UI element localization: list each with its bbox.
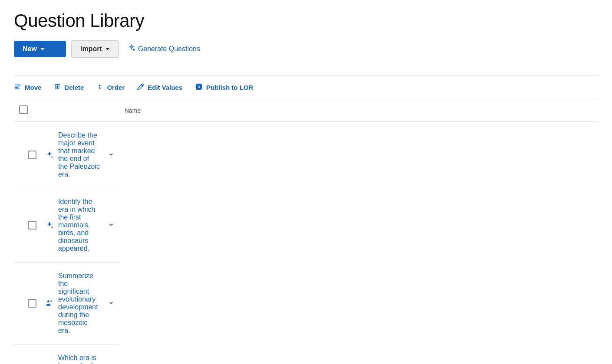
- question-type-icon: [45, 151, 54, 159]
- svg-rect-2: [15, 87, 18, 88]
- row-checkbox-1[interactable]: [28, 221, 36, 230]
- question-cell-2: Summarize the significant evolutionary d…: [14, 262, 119, 344]
- generate-button-label: Generate Questions: [138, 45, 200, 53]
- delete-button[interactable]: Delete: [53, 82, 84, 93]
- question-cell-1: Identify the era in which the first mamm…: [14, 188, 119, 262]
- generate-sparkle-icon: [128, 44, 135, 54]
- select-all-checkbox[interactable]: [19, 105, 28, 114]
- import-chevron-icon: [105, 48, 110, 50]
- question-text[interactable]: Describe the major event that marked the…: [45, 131, 114, 178]
- checkbox-cell: [19, 151, 45, 159]
- new-button[interactable]: New: [14, 41, 66, 57]
- question-cell-3: Which era is known for the diversificati…: [14, 344, 119, 364]
- publish-lor-icon: [194, 83, 203, 92]
- new-button-label: New: [23, 45, 37, 53]
- order-icon: [96, 83, 104, 92]
- svg-point-8: [47, 300, 49, 302]
- question-label: Identify the era in which the first mamm…: [58, 198, 100, 253]
- order-button[interactable]: Order: [96, 82, 125, 93]
- header-checkbox-cell: [14, 99, 119, 122]
- publish-lor-label: Publish to LOR: [206, 84, 253, 91]
- toolbar: New Import Generate Questions: [14, 40, 598, 58]
- row-checkbox-0[interactable]: [28, 151, 36, 159]
- sparkle-icon: [45, 221, 54, 230]
- question-label: Describe the major event that marked the…: [58, 131, 100, 178]
- question-expand-icon[interactable]: [108, 300, 114, 307]
- svg-rect-1: [15, 86, 21, 87]
- question-text[interactable]: Summarize the significant evolutionary d…: [45, 272, 114, 334]
- table-row: Summarize the significant evolutionary d…: [14, 262, 598, 344]
- table-header: Name: [14, 99, 598, 122]
- delete-label: Delete: [64, 84, 84, 91]
- delete-icon: [53, 83, 61, 92]
- move-button[interactable]: Move: [14, 82, 41, 93]
- question-type-icon: [45, 299, 54, 308]
- new-chevron-icon: [40, 48, 45, 50]
- checkbox-cell: [19, 299, 45, 308]
- question-expand-icon[interactable]: [108, 222, 114, 229]
- order-label: Order: [107, 84, 125, 91]
- edit-values-label: Edit Values: [148, 84, 182, 91]
- question-type-icon: [45, 221, 54, 230]
- checkbox-cell: [19, 221, 45, 230]
- generate-questions-button[interactable]: Generate Questions: [124, 40, 204, 58]
- svg-rect-3: [15, 89, 20, 89]
- edit-values-icon: [137, 83, 145, 92]
- person-sparkle-icon: [45, 299, 54, 308]
- question-label: Which era is known for the diversificati…: [58, 354, 100, 364]
- import-button[interactable]: Import: [71, 40, 119, 58]
- question-table: Name Describe the major event that marke…: [14, 99, 598, 364]
- svg-rect-0: [15, 85, 21, 85]
- move-label: Move: [25, 84, 41, 91]
- edit-values-button[interactable]: Edit Values: [137, 82, 182, 93]
- question-cell-0: Describe the major event that marked the…: [14, 122, 119, 188]
- question-expand-icon[interactable]: [108, 151, 114, 159]
- move-icon: [14, 83, 22, 92]
- question-text[interactable]: Which era is known for the diversificati…: [45, 354, 114, 364]
- page-title: Question Library: [14, 10, 598, 31]
- name-column-header: Name: [119, 99, 598, 122]
- table-row: Which era is known for the diversificati…: [14, 344, 598, 364]
- table-row: Identify the era in which the first mamm…: [14, 188, 598, 262]
- table-row: Describe the major event that marked the…: [14, 122, 598, 188]
- row-checkbox-2[interactable]: [28, 299, 36, 308]
- question-text[interactable]: Identify the era in which the first mamm…: [45, 198, 114, 253]
- import-button-label: Import: [80, 45, 102, 53]
- question-label: Summarize the significant evolutionary d…: [58, 272, 100, 334]
- publish-lor-button[interactable]: Publish to LOR: [194, 82, 253, 93]
- action-bar: Move Delete Order: [14, 75, 598, 99]
- sparkle-icon: [45, 151, 54, 159]
